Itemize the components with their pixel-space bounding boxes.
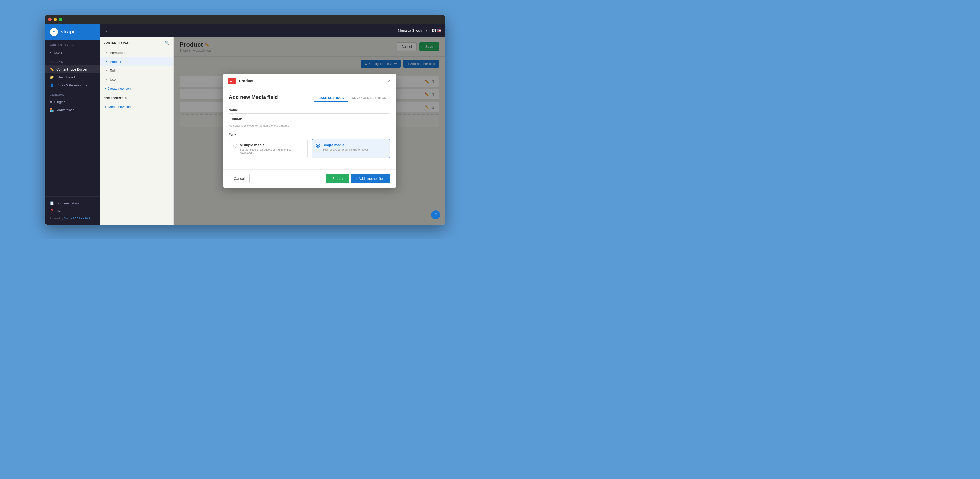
sidebar-item-plugins[interactable]: ≡ Plugins [45,98,100,106]
content-type-builder-label: Content Type Builder [56,67,87,71]
tab-base-settings[interactable]: BASE SETTINGS [314,94,348,102]
lang-text: EN [431,29,436,32]
sidebar-item-users-label: Users [54,51,62,54]
plugins-icon: ≡ [50,100,52,104]
dot-icon [106,61,107,62]
top-bar: ‹ Nirmalya Ghosh ▾ EN 🇺🇸 [100,24,445,37]
files-upload-icon: 📁 [50,75,54,79]
modal: CT Product ✕ Add new Media field BASE SE… [223,74,396,187]
modal-footer: Cancel Finish + Add another field [223,169,396,187]
name-hint: No space is allowed for the name of the … [229,124,390,127]
dot-icon [106,52,107,53]
sidebar-item-marketplace[interactable]: 🏪 Marketplace [45,106,100,114]
ct-item-product-label: Product [110,60,121,64]
modal-cancel-button[interactable]: Cancel [229,174,250,184]
component-title: COMPONENT [103,97,123,100]
ct-item-permission-label: Permission [110,51,126,55]
modal-close-button[interactable]: ✕ [387,78,391,84]
logo-area: ✦ strapi [45,24,100,40]
name-input[interactable] [229,113,390,123]
name-form-group: Name No space is allowed for the name of… [229,108,390,127]
marketplace-icon: 🏪 [50,108,54,112]
main-content: ‹ Nirmalya Ghosh ▾ EN 🇺🇸 CONTENT TYPES 4 [100,24,445,225]
add-another-field-modal-button[interactable]: + Add another field [351,174,390,183]
tab-advanced-settings[interactable]: ADVANCED SETTINGS [348,94,390,102]
add-another-label: + Add another field [355,177,385,180]
type-option-multiple[interactable]: Multiple media Best for sliders, carouse… [229,139,307,158]
sidebar-documentation[interactable]: 📄 Documentation [45,199,100,207]
content-area: CONTENT TYPES 4 🔍 Permission Product [100,37,445,225]
lang-badge[interactable]: EN 🇺🇸 [431,29,441,33]
collapse-button[interactable]: ‹ [103,27,109,34]
comp-add-label: + Create new con [105,105,130,109]
plugins-label: PLUGINS [45,56,100,65]
content-types-label: CONTENT TYPES [45,40,100,48]
general-label: GENERAL [45,89,100,98]
type-form-group: Type Multiple media Best for sliders, ca… [229,133,390,158]
ct-add-label: + Create new con [105,86,130,91]
modal-title-row: Add new Media field BASE SETTINGS ADVANC… [229,94,390,102]
files-upload-label: Files Upload [56,75,75,79]
create-new-content-type-button[interactable]: + Create new con [100,84,173,93]
logo-icon: ✦ [50,28,58,36]
user-name[interactable]: Nirmalya Ghosh [398,29,422,32]
plugins-label: Plugins [54,100,65,104]
ct-item-permission[interactable]: Permission [100,48,173,57]
type-radio-single [316,144,320,148]
roles-label: Roles & Permissions [56,83,87,87]
left-panel-title: CONTENT TYPES [103,41,129,44]
titlebar [45,15,445,24]
sidebar-item-files-upload[interactable]: 📁 Files Upload [45,73,100,81]
sidebar-item-users[interactable]: Users [45,48,100,56]
type-option-single-desc: Best for avatar, profil picture or cover [323,148,369,151]
close-button[interactable] [48,18,52,21]
left-panel-header: CONTENT TYPES 4 🔍 [100,37,173,48]
modal-body: Add new Media field BASE SETTINGS ADVANC… [223,88,396,169]
type-options: Multiple media Best for sliders, carouse… [229,139,390,158]
help-fab[interactable]: ? [431,210,440,219]
help-label: Help [56,209,63,213]
logo-text: strapi [60,29,74,35]
modal-header: CT Product ✕ [223,74,396,88]
help-icon: ❓ [50,209,54,213]
type-option-single[interactable]: Single media Best for avatar, profil pic… [312,139,390,158]
content-type-builder-icon: ✏️ [50,67,54,71]
component-header: COMPONENT 0 [100,94,173,102]
type-option-multiple-desc: Best for sliders, carousels or multiple … [240,148,303,154]
marketplace-label: Marketplace [56,108,75,112]
type-option-single-title: Single media [323,143,369,147]
chevron-down-icon: ▾ [426,29,428,32]
flag-icon: 🇺🇸 [437,29,441,33]
powered-by: Powered by Strapi v3.0.0-beta.18.3 [45,215,100,222]
modal-tabs: BASE SETTINGS ADVANCED SETTINGS [314,94,390,102]
dot-icon [106,79,107,80]
sidebar-item-roles-permissions[interactable]: 👤 Roles & Permissions [45,81,100,89]
ct-item-role[interactable]: Role [100,66,173,75]
finish-button[interactable]: Finish [326,174,349,183]
minimize-button[interactable] [54,18,57,21]
right-panel: Product ✏️ There is no description Cance… [173,37,445,225]
help-fab-icon: ? [434,212,437,217]
sidebar: ✦ strapi CONTENT TYPES Users PLUGINS ✏️ … [45,24,100,225]
documentation-icon: 📄 [50,201,54,205]
modal-ct-name: Product [239,79,254,83]
ct-item-product[interactable]: Product [100,57,173,66]
sidebar-bottom: 📄 Documentation ❓ Help Powered by Strapi… [45,196,100,225]
dot-icon [106,70,107,71]
sidebar-help[interactable]: ❓ Help [45,207,100,215]
ct-item-role-label: Role [110,69,117,73]
sidebar-item-content-type-builder[interactable]: ✏️ Content Type Builder [45,65,100,73]
roles-icon: 👤 [50,83,54,87]
ct-item-user[interactable]: User [100,75,173,84]
left-panel: CONTENT TYPES 4 🔍 Permission Product [100,37,173,225]
maximize-button[interactable] [59,18,62,21]
strapi-link[interactable]: Strapi v3.0.0-beta.18.3 [64,217,90,220]
app-window: ✦ strapi CONTENT TYPES Users PLUGINS ✏️ … [45,15,445,225]
modal-title: Add new Media field [229,94,278,100]
name-label: Name [229,108,390,112]
search-icon[interactable]: 🔍 [165,41,169,45]
dot-icon [50,52,51,53]
ct-item-user-label: User [110,78,117,81]
type-label: Type [229,133,390,136]
create-new-component-button[interactable]: + Create new con [100,102,173,111]
